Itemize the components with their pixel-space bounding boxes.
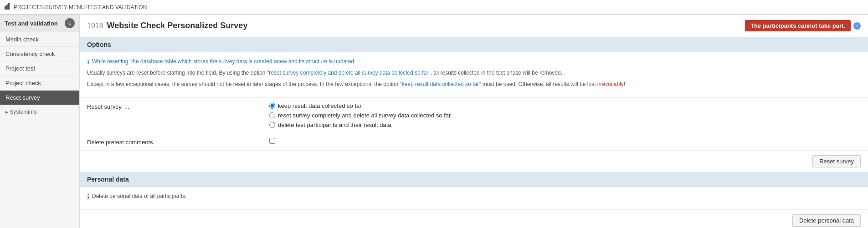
- options-info-msg-3: Except in a few exceptional cases, the s…: [87, 81, 861, 88]
- radio-delete-test-input[interactable]: [269, 122, 275, 128]
- sidebar-item-media-check[interactable]: Media check: [0, 32, 79, 47]
- nav-test-validation[interactable]: TEST AND VALIDATION: [87, 4, 147, 10]
- info-icon-2: ℹ: [87, 193, 89, 200]
- delete-pretest-field: [269, 138, 861, 144]
- project-test-label: Project test: [5, 65, 35, 72]
- reset-survey-options: keep result data collected so far. reset…: [269, 102, 861, 128]
- sidebar-item-consistency-check[interactable]: Consistency check: [0, 47, 79, 61]
- reset-survey-row: Reset survey, ... keep result data colle…: [80, 97, 868, 133]
- options-info-text-1: While resetting, the database table whic…: [92, 58, 355, 66]
- bar-chart-icon: [5, 3, 11, 11]
- options-info-msg-2: Usually surveys are reset before startin…: [87, 69, 861, 77]
- projects-label: PROJECTS: [14, 4, 43, 10]
- sidebar-systeminfo[interactable]: ▸ Systeminfo: [0, 105, 79, 119]
- radio-keep-result-label: keep result data collected so far.: [278, 102, 363, 109]
- personal-data-info-msg: ℹ Delete personal data of all participan…: [87, 193, 861, 200]
- systeminfo-label: Systeminfo: [10, 109, 36, 115]
- reset-survey-label: Reset survey: [5, 94, 40, 101]
- info-icon-1: ℹ: [87, 58, 89, 66]
- status-badge-text: The participants cannot take part.: [750, 22, 845, 29]
- delete-personal-data-button-row: Delete personal data: [80, 209, 868, 228]
- radio-reset-completely-label: reset survey completely and delete all s…: [278, 112, 452, 119]
- sidebar-item-project-check[interactable]: Project check: [0, 76, 79, 91]
- radio-delete-test[interactable]: delete test participants and their resul…: [269, 122, 861, 128]
- status-badge: The participants cannot take part.: [745, 20, 851, 31]
- personal-data-header: Personal data: [80, 172, 868, 187]
- reset-survey-button-row: Reset survey: [80, 150, 868, 172]
- delete-pretest-row: Delete pretest comments: [80, 133, 868, 150]
- personal-data-section: Personal data ℹ Delete personal data of …: [80, 172, 868, 228]
- page-header: 1918 Website Check Personalized Survey T…: [80, 15, 868, 37]
- sidebar: Test and validation « Media check Consis…: [0, 15, 80, 228]
- radio-reset-completely[interactable]: reset survey completely and delete all s…: [269, 112, 861, 119]
- options-section-header: Options: [80, 37, 868, 52]
- personal-data-header-text: Personal data: [87, 176, 129, 183]
- options-section-body: ℹ While resetting, the database table wh…: [80, 52, 868, 97]
- svg-rect-0: [5, 6, 6, 10]
- main-layout: Test and validation « Media check Consis…: [0, 15, 868, 228]
- survey-menu-label: SURVEY MENU: [45, 4, 85, 10]
- options-info-text-2: Usually surveys are reset before startin…: [87, 69, 562, 77]
- test-validation-label: TEST AND VALIDATION: [87, 4, 147, 10]
- page-header-left: 1918 Website Check Personalized Survey: [87, 21, 247, 30]
- options-info-msg-1: ℹ While resetting, the database table wh…: [87, 58, 861, 66]
- page-id: 1918: [87, 22, 103, 30]
- radio-keep-result-input[interactable]: [269, 103, 275, 109]
- sidebar-title: Test and validation: [5, 20, 58, 27]
- radio-delete-test-label: delete test participants and their resul…: [278, 122, 393, 128]
- systeminfo-expand-icon: ▸: [5, 109, 10, 115]
- delete-personal-data-button[interactable]: Delete personal data: [792, 214, 861, 227]
- sidebar-collapse-button[interactable]: «: [65, 18, 75, 28]
- personal-data-info-text: Delete personal data of all participants…: [92, 193, 186, 200]
- top-nav: PROJECTS › SURVEY MENU › TEST AND VALIDA…: [0, 0, 868, 15]
- sidebar-header: Test and validation «: [0, 15, 79, 32]
- nav-survey-menu[interactable]: SURVEY MENU: [45, 4, 85, 10]
- reset-survey-button[interactable]: Reset survey: [812, 155, 861, 167]
- content-area: 1918 Website Check Personalized Survey T…: [80, 15, 868, 228]
- svg-rect-1: [6, 5, 8, 10]
- status-info-icon[interactable]: i: [853, 22, 861, 30]
- sidebar-item-project-test[interactable]: Project test: [0, 61, 79, 76]
- page-title: Website Check Personalized Survey: [107, 21, 248, 30]
- consistency-check-label: Consistency check: [5, 51, 55, 57]
- delete-pretest-checkbox-row: [269, 138, 861, 144]
- radio-reset-completely-input[interactable]: [269, 112, 275, 118]
- radio-keep-result[interactable]: keep result data collected so far.: [269, 102, 861, 109]
- sidebar-item-reset-survey[interactable]: Reset survey: [0, 91, 79, 105]
- media-check-label: Media check: [5, 36, 39, 43]
- project-check-label: Project check: [5, 80, 41, 86]
- options-section: Options ℹ While resetting, the database …: [80, 37, 868, 172]
- personal-data-body: ℹ Delete personal data of all participan…: [80, 187, 868, 209]
- delete-pretest-label: Delete pretest comments: [87, 138, 269, 146]
- delete-pretest-checkbox[interactable]: [269, 138, 275, 144]
- options-info-text-3: Except in a few exceptional cases, the s…: [87, 81, 625, 88]
- svg-rect-2: [8, 3, 10, 10]
- options-header-text: Options: [87, 41, 111, 48]
- nav-projects[interactable]: PROJECTS: [5, 3, 43, 11]
- radio-group: keep result data collected so far. reset…: [269, 102, 861, 128]
- reset-survey-form-label: Reset survey, ...: [87, 102, 269, 110]
